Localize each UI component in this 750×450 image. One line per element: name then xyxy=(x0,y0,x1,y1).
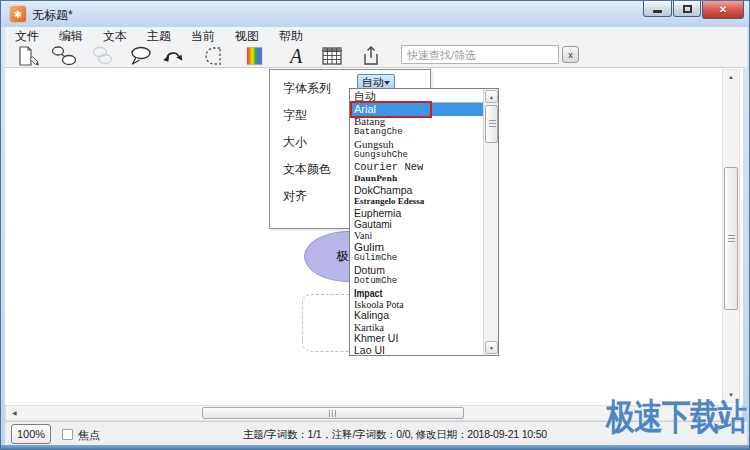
minimize-button[interactable] xyxy=(643,1,672,17)
font-option-lao-ui[interactable]: Lao UI xyxy=(350,345,483,356)
undo-redo-arrows-icon[interactable] xyxy=(160,44,188,67)
font-list-scrollbar-thumb[interactable] xyxy=(485,105,498,143)
add-topic-icon[interactable] xyxy=(50,44,78,67)
toolbar: A x xyxy=(5,44,747,67)
share-icon[interactable] xyxy=(357,44,385,67)
colors-icon[interactable] xyxy=(241,44,269,67)
font-list-scroll-up-icon[interactable]: ▲ xyxy=(485,90,498,103)
font-option-gulim[interactable]: Gulim xyxy=(350,242,483,253)
scroll-left-icon[interactable]: ◀ xyxy=(12,410,17,416)
focus-checkbox[interactable] xyxy=(62,429,73,440)
font-option-kalinga[interactable]: Kalinga xyxy=(350,310,483,321)
close-icon: ✕ xyxy=(719,4,727,15)
window-title: 无标题* xyxy=(32,7,73,24)
panel-row-label: 文本颜色 xyxy=(283,161,331,178)
maximize-icon xyxy=(683,5,692,13)
horizontal-scrollbar-thumb[interactable] xyxy=(202,407,464,419)
title-bar[interactable]: ✱ 无标题* ✕ xyxy=(1,1,750,27)
panel-row-label: 字型 xyxy=(283,107,307,124)
window-bottom-border xyxy=(1,445,750,450)
app-logo-icon: ✱ xyxy=(10,6,26,22)
focus-label: 焦点 xyxy=(78,428,100,443)
font-option-estrangelo-edessa[interactable]: Estrangelo Edessa xyxy=(350,196,483,207)
close-button[interactable]: ✕ xyxy=(702,1,744,19)
scroll-up-icon[interactable]: ▲ xyxy=(728,74,734,80)
font-list-items: 自动ArialBatangBatangCheGungsuhGungsuhCheC… xyxy=(350,90,483,356)
font-list-scroll-down-icon[interactable]: ▼ xyxy=(485,341,498,354)
font-option-euphemia[interactable]: Euphemia xyxy=(350,208,483,219)
minimize-icon xyxy=(653,10,662,13)
font-dropdown-list: 自动ArialBatangBatangCheGungsuhGungsuhCheC… xyxy=(349,88,499,356)
callout-icon[interactable] xyxy=(127,44,155,67)
panel-row-label: 大小 xyxy=(283,134,307,151)
font-option-dotum[interactable]: Dotum xyxy=(350,265,483,276)
menu-bar: 文件编辑文本主题当前视图帮助 xyxy=(5,27,747,44)
vertical-scrollbar-thumb[interactable] xyxy=(724,167,738,310)
vertical-scrollbar[interactable]: ▲ ▼ xyxy=(722,69,740,403)
search-clear-button[interactable]: x xyxy=(562,46,579,63)
panel-row-label: 字体系列 xyxy=(283,80,331,97)
app-window: ✱ 无标题* ✕ 文件编辑文本主题当前视图帮助 xyxy=(0,0,750,450)
font-option-daunpenh[interactable]: DaunPenh xyxy=(350,173,483,184)
font-option-courier-new[interactable]: Courier New xyxy=(350,162,483,173)
font-option-gulimche[interactable]: GulimChe xyxy=(350,253,483,264)
search-input[interactable] xyxy=(401,45,559,64)
chevron-down-icon xyxy=(384,81,390,85)
maximize-button[interactable] xyxy=(673,1,701,17)
document-stats: 主题/字词数：1/1，注释/字词数：0/0, 修改日期：2018-09-21 1… xyxy=(243,428,547,442)
boundary-icon[interactable] xyxy=(201,44,229,67)
font-option-arial[interactable]: Arial xyxy=(350,103,483,116)
zoom-level-button[interactable]: 100% xyxy=(11,424,51,444)
font-option-impact[interactable]: Impact xyxy=(350,288,483,299)
font-icon[interactable]: A xyxy=(282,44,310,67)
table-icon[interactable] xyxy=(318,44,346,67)
font-option-gautami[interactable]: Gautami xyxy=(350,219,483,230)
new-document-icon[interactable] xyxy=(15,44,43,67)
watermark: 极速下载站 xyxy=(606,393,746,442)
panel-row-label: 对齐 xyxy=(283,188,307,205)
add-subtopic-disabled-icon[interactable] xyxy=(89,44,117,67)
font-list-scrollbar[interactable]: ▲ ▼ xyxy=(483,89,498,355)
font-option-dokchampa[interactable]: DokChampa xyxy=(350,185,483,196)
font-option-gungsuh[interactable]: Gungsuh xyxy=(350,139,483,150)
